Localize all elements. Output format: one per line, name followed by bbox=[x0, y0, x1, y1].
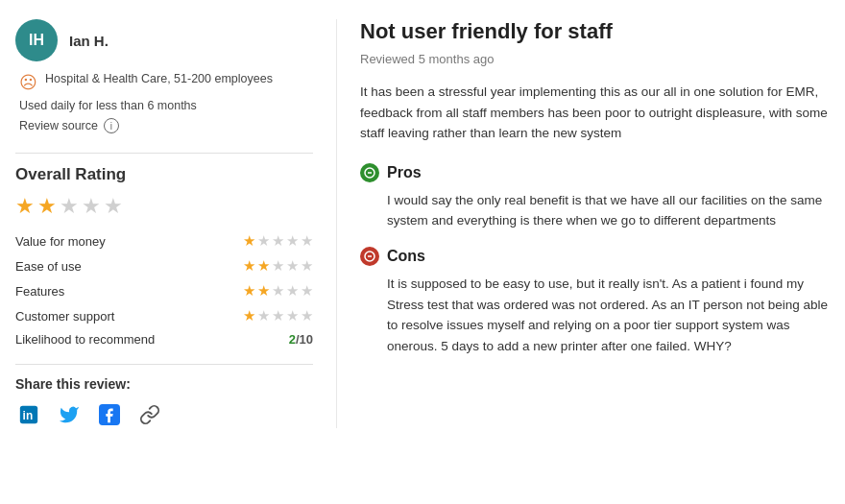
reviewer-company: Hospital & Health Care, 51-200 employees bbox=[45, 71, 273, 88]
likelihood-total: 10 bbox=[300, 332, 313, 347]
divider-2 bbox=[15, 364, 313, 365]
review-source-label: Review source bbox=[19, 119, 98, 132]
cons-header: Cons bbox=[360, 247, 830, 266]
star-2: ★ bbox=[37, 194, 57, 219]
rating-label-value: Value for money bbox=[15, 234, 150, 249]
likelihood-score: 2/10 bbox=[289, 332, 313, 347]
pros-icon bbox=[360, 163, 379, 182]
review-body: It has been a stressful year implementin… bbox=[360, 82, 830, 144]
star-4: ★ bbox=[82, 194, 101, 219]
overall-stars: ★ ★ ★ ★ ★ bbox=[15, 194, 313, 219]
pros-section: Pros I would say the only real benefit i… bbox=[360, 163, 830, 231]
cons-icon bbox=[360, 247, 379, 266]
sad-face-icon: ☹ bbox=[19, 72, 37, 93]
rating-label-features: Features bbox=[15, 284, 150, 299]
cons-title: Cons bbox=[387, 248, 425, 265]
star-1: ★ bbox=[15, 194, 35, 219]
share-label: Share this review: bbox=[15, 376, 313, 392]
svg-text:in: in bbox=[23, 409, 34, 422]
likelihood-label: Likelihood to recommend bbox=[15, 332, 155, 347]
mini-stars-ease: ★ ★ ★ ★ ★ bbox=[243, 257, 313, 275]
left-panel: IH Ian H. ☹ Hospital & Health Care, 51-2… bbox=[15, 19, 313, 428]
reviewer-usage: Used daily for less than 6 months bbox=[15, 99, 313, 112]
right-panel: Not user friendly for staff Reviewed 5 m… bbox=[336, 19, 830, 428]
rating-row-ease: Ease of use ★ ★ ★ ★ ★ bbox=[15, 257, 313, 275]
rating-row-support: Customer support ★ ★ ★ ★ ★ bbox=[15, 307, 313, 324]
rating-row-features: Features ★ ★ ★ ★ ★ bbox=[15, 282, 313, 300]
rating-row-value: Value for money ★ ★ ★ ★ ★ bbox=[15, 232, 313, 250]
star-3: ★ bbox=[60, 194, 79, 219]
link-icon[interactable] bbox=[136, 401, 163, 428]
cons-section: Cons It is supposed to be easy to use, b… bbox=[360, 247, 830, 356]
review-source: Review source i bbox=[15, 118, 313, 133]
mini-stars-support: ★ ★ ★ ★ ★ bbox=[243, 307, 313, 324]
reviewer-name: Ian H. bbox=[69, 33, 109, 49]
pros-text: I would say the only real benefit is tha… bbox=[360, 190, 830, 231]
avatar: IH bbox=[15, 19, 58, 61]
reviewer-meta: ☹ Hospital & Health Care, 51-200 employe… bbox=[15, 71, 313, 93]
review-title: Not user friendly for staff bbox=[360, 19, 830, 44]
twitter-icon[interactable] bbox=[56, 401, 83, 428]
review-date: Reviewed 5 months ago bbox=[360, 52, 830, 66]
sub-ratings: Value for money ★ ★ ★ ★ ★ Ease of use ★ … bbox=[15, 232, 313, 324]
mini-stars-features: ★ ★ ★ ★ ★ bbox=[243, 282, 313, 300]
likelihood-row: Likelihood to recommend 2/10 bbox=[15, 332, 313, 347]
rating-label-ease: Ease of use bbox=[15, 259, 150, 274]
facebook-icon[interactable] bbox=[96, 401, 123, 428]
linkedin-icon[interactable]: in bbox=[15, 401, 42, 428]
mini-stars-value: ★ ★ ★ ★ ★ bbox=[243, 232, 313, 250]
divider bbox=[15, 153, 313, 154]
rating-label-support: Customer support bbox=[15, 309, 150, 324]
likelihood-num: 2 bbox=[289, 332, 296, 347]
overall-rating-label: Overall Rating bbox=[15, 165, 313, 184]
info-icon[interactable]: i bbox=[104, 118, 119, 133]
share-icons: in bbox=[15, 401, 313, 428]
pros-header: Pros bbox=[360, 163, 830, 182]
pros-title: Pros bbox=[387, 164, 422, 181]
reviewer-header: IH Ian H. bbox=[15, 19, 313, 61]
cons-text: It is supposed to be easy to use, but it… bbox=[360, 274, 830, 356]
star-5: ★ bbox=[104, 194, 123, 219]
